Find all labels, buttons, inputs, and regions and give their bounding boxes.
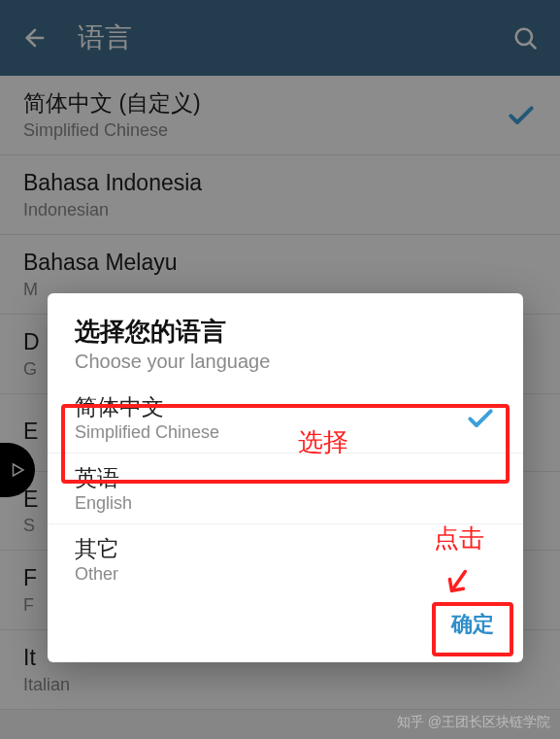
dialog-option-texts: 其它Other bbox=[75, 534, 496, 585]
check-icon bbox=[465, 402, 496, 433]
watermark: 知乎 @王团长区块链学院 bbox=[397, 714, 550, 731]
dialog-header: 选择您的语言 Choose your language bbox=[48, 293, 523, 383]
dialog-option[interactable]: 简体中文Simplified Chinese bbox=[48, 383, 523, 453]
dialog-option-primary: 英语 bbox=[75, 463, 496, 493]
dialog-option-primary: 简体中文 bbox=[75, 392, 465, 422]
dialog-option-texts: 英语English bbox=[75, 463, 496, 514]
dialog-actions: 确定 bbox=[48, 594, 523, 655]
confirm-button[interactable]: 确定 bbox=[430, 598, 515, 651]
dialog-option-secondary: Simplified Chinese bbox=[75, 422, 465, 443]
dialog-option-texts: 简体中文Simplified Chinese bbox=[75, 392, 465, 443]
dialog-option[interactable]: 英语English bbox=[48, 453, 523, 524]
language-dialog: 选择您的语言 Choose your language 简体中文Simplifi… bbox=[48, 293, 523, 662]
dialog-option-secondary: English bbox=[75, 493, 496, 514]
dialog-title: 选择您的语言 bbox=[75, 315, 496, 349]
dialog-option-secondary: Other bbox=[75, 564, 496, 585]
dialog-subtitle: Choose your language bbox=[75, 351, 496, 373]
dialog-option-primary: 其它 bbox=[75, 534, 496, 564]
